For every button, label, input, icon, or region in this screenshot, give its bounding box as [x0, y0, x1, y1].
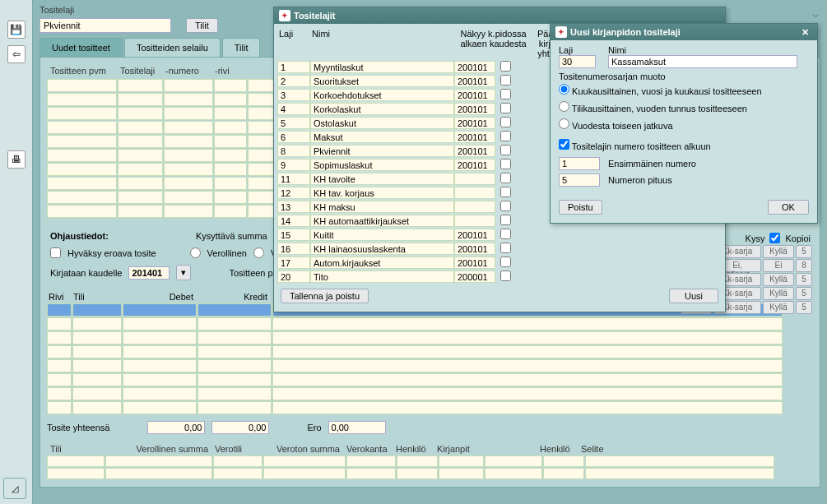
dlg2-num2-input[interactable] [559, 173, 600, 187]
bottom-row[interactable] [47, 455, 813, 467]
collapse-icon[interactable]: ⌵ [812, 7, 819, 20]
tab-selailu[interactable]: Tositteiden selailu [124, 38, 221, 57]
dlg1-laji-cell[interactable] [277, 201, 310, 213]
print-icon[interactable]: 🖶 [7, 150, 26, 169]
dlg1-kausi-cell[interactable] [454, 229, 495, 241]
bottom-row[interactable] [47, 468, 813, 479]
tallenna-button[interactable]: Tallenna ja poistu [281, 289, 369, 303]
dlg1-row[interactable] [277, 242, 722, 256]
dlg1-laji-cell[interactable] [277, 270, 310, 283]
dlg1-laji-cell[interactable] [277, 243, 310, 255]
dlg1-kausi-cell[interactable] [454, 243, 495, 255]
rivi-row[interactable] [47, 345, 813, 358]
dlg1-titlebar[interactable]: ✦ Tositelajit [274, 7, 725, 24]
dlg1-cb-cell[interactable] [495, 270, 515, 283]
rivi-row[interactable] [47, 331, 813, 344]
dlg1-kausi-cell[interactable] [454, 75, 495, 87]
dlg1-nimi-cell[interactable] [310, 75, 454, 87]
dlg1-kausi-cell[interactable] [454, 215, 495, 227]
period-input[interactable] [128, 266, 170, 280]
corner-button[interactable]: ◿ [3, 478, 26, 499]
dlg1-kausi-cell[interactable] [454, 201, 495, 213]
dlg1-nimi-cell[interactable] [310, 61, 454, 73]
dlg1-laji-cell[interactable] [277, 145, 310, 157]
dlg1-cb-cell[interactable] [495, 145, 515, 157]
ok-button[interactable]: OK [768, 200, 809, 215]
back-icon[interactable]: ⇦ [7, 45, 26, 63]
dlg2-cb1[interactable]: Tositelajin numero tositteen alkuun [559, 136, 809, 154]
rivi-row[interactable] [47, 317, 813, 331]
dlg1-kausi-cell[interactable] [454, 131, 495, 143]
dlg1-cb-cell[interactable] [495, 61, 515, 73]
dlg1-laji-cell[interactable] [277, 229, 310, 241]
dlg1-nimi-cell[interactable] [310, 131, 454, 143]
dlg1-cb-cell[interactable] [495, 215, 515, 227]
dlg1-kausi-cell[interactable] [454, 117, 495, 129]
dlg2-titlebar[interactable]: ✦ Uusi kirjanpidon tositelaji ✕ [551, 24, 817, 40]
dlg1-laji-cell[interactable] [277, 187, 310, 199]
dlg1-cb-cell[interactable] [495, 201, 515, 213]
dlg1-laji-cell[interactable] [277, 257, 310, 269]
kopioi-checkbox[interactable] [769, 233, 780, 243]
dlg1-nimi-cell[interactable] [310, 89, 454, 101]
dlg1-row[interactable] [277, 256, 722, 270]
rivi-row[interactable] [47, 373, 813, 386]
dlg1-kausi-cell[interactable] [454, 173, 495, 185]
dlg2-opt1[interactable]: Kuukausittainen, vuosi ja kuukausi tosit… [559, 81, 809, 99]
verollinen-radio[interactable] [190, 247, 201, 258]
dlg2-laji-input[interactable] [559, 55, 596, 68]
dlg1-laji-cell[interactable] [277, 89, 310, 101]
dlg1-cb-cell[interactable] [495, 229, 515, 241]
tilit-button[interactable]: Tilit [186, 18, 218, 33]
tab-tilit[interactable]: Tilit [222, 38, 261, 57]
tab-uudet[interactable]: Uudet tositteet [39, 38, 123, 57]
dlg1-nimi-cell[interactable] [310, 215, 454, 227]
dlg1-laji-cell[interactable] [277, 103, 310, 115]
dlg1-laji-cell[interactable] [277, 75, 310, 87]
dlg1-nimi-cell[interactable] [310, 159, 454, 171]
dlg1-nimi-cell[interactable] [310, 145, 454, 157]
period-picker-button[interactable]: ▾ [176, 265, 191, 280]
dlg1-nimi-cell[interactable] [310, 173, 454, 185]
dlg1-kausi-cell[interactable] [454, 89, 495, 101]
rivi-row[interactable] [47, 401, 813, 414]
uusi-button[interactable]: Uusi [669, 289, 718, 303]
dlg1-kausi-cell[interactable] [454, 103, 495, 115]
poistu-button[interactable]: Poistu [559, 200, 602, 215]
dlg1-kausi-cell[interactable] [454, 159, 495, 171]
dlg1-kausi-cell[interactable] [454, 187, 495, 199]
dlg1-kausi-cell[interactable] [454, 270, 495, 283]
veroton-radio[interactable] [253, 247, 264, 258]
dlg1-laji-cell[interactable] [277, 159, 310, 171]
dlg1-cb-cell[interactable] [495, 117, 515, 129]
dlg1-cb-cell[interactable] [495, 243, 515, 255]
rivi-row[interactable] [47, 387, 813, 400]
dlg1-kausi-cell[interactable] [454, 257, 495, 269]
save-icon[interactable]: 💾 [7, 21, 26, 39]
dlg1-laji-cell[interactable] [277, 117, 310, 129]
dlg1-laji-cell[interactable] [277, 131, 310, 143]
dlg1-laji-cell[interactable] [277, 215, 310, 227]
dlg1-kausi-cell[interactable] [454, 61, 495, 73]
dlg1-laji-cell[interactable] [277, 61, 310, 73]
hyvaksy-checkbox[interactable] [50, 247, 61, 258]
dlg1-cb-cell[interactable] [495, 257, 515, 269]
dlg1-nimi-cell[interactable] [310, 103, 454, 115]
dlg1-row[interactable] [277, 228, 722, 242]
dlg1-cb-cell[interactable] [495, 103, 515, 115]
dlg1-cb-cell[interactable] [495, 75, 515, 87]
dlg1-nimi-cell[interactable] [310, 117, 454, 129]
dlg1-cb-cell[interactable] [495, 89, 515, 101]
dlg2-num1-input[interactable] [559, 157, 600, 170]
dlg1-nimi-cell[interactable] [310, 201, 454, 213]
dlg1-nimi-cell[interactable] [310, 270, 454, 283]
dlg1-nimi-cell[interactable] [310, 229, 454, 241]
dlg1-laji-cell[interactable] [277, 173, 310, 185]
dlg1-kausi-cell[interactable] [454, 145, 495, 157]
dlg1-cb-cell[interactable] [495, 131, 515, 143]
dlg1-cb-cell[interactable] [495, 187, 515, 199]
dlg2-opt2[interactable]: Tilikausittainen, vuoden tunnus tosittee… [559, 99, 809, 116]
dlg1-nimi-cell[interactable] [310, 187, 454, 199]
dlg1-cb-cell[interactable] [495, 159, 515, 171]
rivi-row[interactable] [47, 359, 813, 372]
